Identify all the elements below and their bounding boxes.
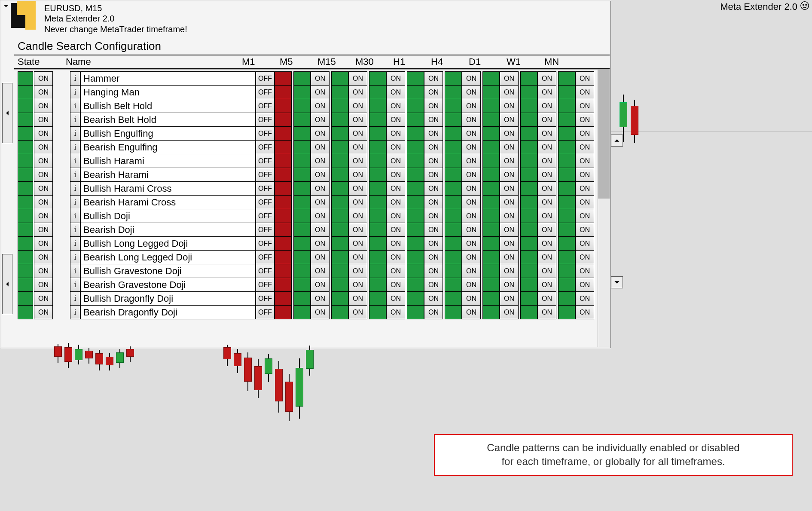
tf-toggle-w1[interactable]: ON: [537, 291, 556, 306]
tf-toggle-mn[interactable]: ON: [575, 154, 594, 168]
scrollbar-thumb[interactable]: [598, 70, 610, 199]
tf-toggle-m5[interactable]: ON: [311, 209, 330, 223]
tf-toggle-d1[interactable]: ON: [500, 305, 519, 319]
tf-toggle-m15[interactable]: ON: [348, 250, 367, 264]
tf-toggle-m30[interactable]: ON: [386, 181, 405, 196]
tf-toggle-m15[interactable]: ON: [348, 140, 367, 154]
tf-toggle-mn[interactable]: ON: [575, 71, 594, 86]
tf-toggle-m30[interactable]: ON: [386, 126, 405, 141]
state-toggle[interactable]: ON: [34, 236, 53, 251]
tf-toggle-d1[interactable]: ON: [500, 195, 519, 209]
tf-toggle-w1[interactable]: ON: [537, 113, 556, 127]
tf-toggle-d1[interactable]: ON: [500, 140, 519, 154]
tf-toggle-h4[interactable]: ON: [462, 278, 481, 292]
tf-toggle-m15[interactable]: ON: [348, 209, 367, 223]
scrollbar-track[interactable]: [598, 199, 610, 347]
tf-toggle-m5[interactable]: ON: [311, 305, 330, 319]
tf-toggle-w1[interactable]: ON: [537, 99, 556, 113]
tf-toggle-w1[interactable]: ON: [537, 236, 556, 251]
state-toggle[interactable]: ON: [34, 113, 53, 127]
state-toggle[interactable]: ON: [34, 305, 53, 319]
tf-toggle-mn[interactable]: ON: [575, 250, 594, 264]
tf-toggle-d1[interactable]: ON: [500, 236, 519, 251]
state-toggle[interactable]: ON: [34, 250, 53, 264]
tf-toggle-mn[interactable]: ON: [575, 126, 594, 141]
state-toggle[interactable]: ON: [34, 140, 53, 154]
info-button[interactable]: i: [70, 278, 80, 292]
tf-toggle-m5[interactable]: ON: [311, 223, 330, 237]
tf-toggle-w1[interactable]: ON: [537, 140, 556, 154]
tf-toggle-m30[interactable]: ON: [386, 305, 405, 319]
tf-toggle-m1[interactable]: OFF: [256, 291, 275, 306]
tf-toggle-m15[interactable]: ON: [348, 168, 367, 182]
state-toggle[interactable]: ON: [34, 85, 53, 99]
tf-toggle-d1[interactable]: ON: [500, 85, 519, 99]
tf-toggle-m1[interactable]: OFF: [256, 85, 275, 99]
tf-toggle-h4[interactable]: ON: [462, 168, 481, 182]
tf-toggle-w1[interactable]: ON: [537, 209, 556, 223]
tf-toggle-m15[interactable]: ON: [348, 264, 367, 278]
tf-toggle-m1[interactable]: OFF: [256, 168, 275, 182]
tf-toggle-w1[interactable]: ON: [537, 264, 556, 278]
tf-toggle-h4[interactable]: ON: [462, 154, 481, 168]
tf-toggle-m1[interactable]: OFF: [256, 278, 275, 292]
tf-toggle-m1[interactable]: OFF: [256, 250, 275, 264]
tf-toggle-m5[interactable]: ON: [311, 140, 330, 154]
state-toggle[interactable]: ON: [34, 291, 53, 306]
info-button[interactable]: i: [70, 113, 80, 127]
info-button[interactable]: i: [70, 71, 80, 86]
tf-toggle-d1[interactable]: ON: [500, 291, 519, 306]
tf-toggle-m30[interactable]: ON: [386, 154, 405, 168]
tf-toggle-m1[interactable]: OFF: [256, 195, 275, 209]
tf-toggle-m5[interactable]: ON: [311, 71, 330, 86]
tf-toggle-m1[interactable]: OFF: [256, 140, 275, 154]
tf-toggle-h4[interactable]: ON: [462, 250, 481, 264]
tf-toggle-m15[interactable]: ON: [348, 305, 367, 319]
tf-toggle-w1[interactable]: ON: [537, 195, 556, 209]
tf-toggle-mn[interactable]: ON: [575, 291, 594, 306]
info-button[interactable]: i: [70, 126, 80, 141]
tf-toggle-w1[interactable]: ON: [537, 154, 556, 168]
tf-toggle-h4[interactable]: ON: [462, 85, 481, 99]
tf-toggle-m15[interactable]: ON: [348, 154, 367, 168]
tf-toggle-m15[interactable]: ON: [348, 195, 367, 209]
state-toggle[interactable]: ON: [34, 195, 53, 209]
state-toggle[interactable]: ON: [34, 278, 53, 292]
tf-toggle-mn[interactable]: ON: [575, 113, 594, 127]
tf-toggle-m1[interactable]: OFF: [256, 99, 275, 113]
tf-toggle-h4[interactable]: ON: [462, 195, 481, 209]
state-toggle[interactable]: ON: [34, 168, 53, 182]
tf-toggle-m5[interactable]: ON: [311, 168, 330, 182]
tf-toggle-m15[interactable]: ON: [348, 181, 367, 196]
tf-toggle-h4[interactable]: ON: [462, 291, 481, 306]
tf-toggle-m5[interactable]: ON: [311, 291, 330, 306]
tf-toggle-h1[interactable]: ON: [424, 223, 443, 237]
tf-toggle-mn[interactable]: ON: [575, 209, 594, 223]
tf-toggle-w1[interactable]: ON: [537, 278, 556, 292]
tf-toggle-h1[interactable]: ON: [424, 264, 443, 278]
tf-toggle-m1[interactable]: OFF: [256, 113, 275, 127]
tf-toggle-d1[interactable]: ON: [500, 250, 519, 264]
tf-toggle-m1[interactable]: OFF: [256, 305, 275, 319]
tf-toggle-m15[interactable]: ON: [348, 85, 367, 99]
tf-toggle-mn[interactable]: ON: [575, 278, 594, 292]
tf-toggle-d1[interactable]: ON: [500, 168, 519, 182]
tf-toggle-m15[interactable]: ON: [348, 71, 367, 86]
tf-toggle-w1[interactable]: ON: [537, 85, 556, 99]
tf-toggle-mn[interactable]: ON: [575, 264, 594, 278]
tf-toggle-m15[interactable]: ON: [348, 223, 367, 237]
state-toggle[interactable]: ON: [34, 71, 53, 86]
tf-toggle-h1[interactable]: ON: [424, 195, 443, 209]
tf-toggle-m30[interactable]: ON: [386, 223, 405, 237]
info-button[interactable]: i: [70, 250, 80, 264]
info-button[interactable]: i: [70, 181, 80, 196]
tf-toggle-mn[interactable]: ON: [575, 85, 594, 99]
scroll-down-button[interactable]: [611, 276, 623, 288]
tf-toggle-h4[interactable]: ON: [462, 113, 481, 127]
tf-toggle-h4[interactable]: ON: [462, 223, 481, 237]
info-button[interactable]: i: [70, 223, 80, 237]
tf-toggle-m30[interactable]: ON: [386, 85, 405, 99]
info-button[interactable]: i: [70, 209, 80, 223]
info-button[interactable]: i: [70, 168, 80, 182]
tf-toggle-m30[interactable]: ON: [386, 264, 405, 278]
